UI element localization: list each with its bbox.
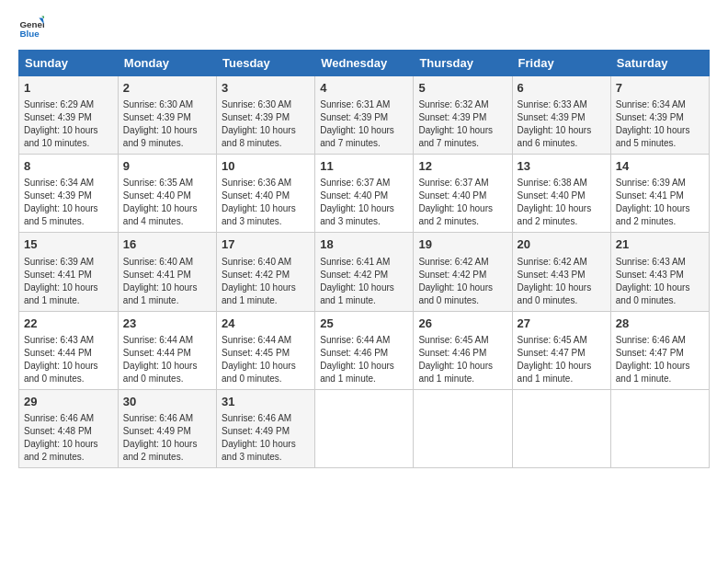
day-info: Sunrise: 6:36 AMSunset: 4:40 PMDaylight:…	[222, 177, 310, 228]
day-number: 1	[24, 80, 113, 97]
week-row-3: 15Sunrise: 6:39 AMSunset: 4:41 PMDayligh…	[19, 233, 710, 311]
calendar-cell: 27Sunrise: 6:45 AMSunset: 4:47 PMDayligh…	[512, 311, 610, 389]
calendar-cell: 4Sunrise: 6:31 AMSunset: 4:39 PMDaylight…	[315, 76, 414, 155]
calendar-cell	[610, 389, 709, 467]
day-number: 13	[518, 158, 606, 175]
day-number: 11	[320, 158, 408, 175]
calendar-cell	[512, 389, 610, 467]
day-number: 29	[24, 394, 113, 410]
calendar-cell: 21Sunrise: 6:43 AMSunset: 4:43 PMDayligh…	[610, 233, 709, 311]
day-info: Sunrise: 6:31 AMSunset: 4:39 PMDaylight:…	[320, 98, 408, 150]
svg-text:Blue: Blue	[19, 29, 40, 39]
day-info: Sunrise: 6:38 AMSunset: 4:40 PMDaylight:…	[518, 177, 606, 228]
col-header-friday: Friday	[512, 51, 610, 76]
day-info: Sunrise: 6:32 AMSunset: 4:39 PMDaylight:…	[418, 98, 506, 150]
col-header-thursday: Thursday	[414, 51, 512, 76]
day-info: Sunrise: 6:46 AMSunset: 4:49 PMDaylight:…	[222, 412, 310, 464]
day-info: Sunrise: 6:40 AMSunset: 4:42 PMDaylight:…	[222, 256, 310, 307]
calendar-cell	[315, 389, 414, 467]
day-number: 15	[24, 236, 113, 253]
day-info: Sunrise: 6:45 AMSunset: 4:46 PMDaylight:…	[418, 334, 506, 385]
calendar-cell: 18Sunrise: 6:41 AMSunset: 4:42 PMDayligh…	[315, 233, 414, 311]
day-number: 18	[320, 236, 408, 253]
calendar-cell: 13Sunrise: 6:38 AMSunset: 4:40 PMDayligh…	[512, 155, 610, 233]
calendar-cell: 9Sunrise: 6:35 AMSunset: 4:40 PMDaylight…	[118, 155, 216, 233]
calendar-cell: 5Sunrise: 6:32 AMSunset: 4:39 PMDaylight…	[414, 76, 512, 155]
day-number: 5	[418, 80, 506, 97]
calendar-cell: 14Sunrise: 6:39 AMSunset: 4:41 PMDayligh…	[610, 155, 709, 233]
day-info: Sunrise: 6:45 AMSunset: 4:47 PMDaylight:…	[518, 334, 606, 385]
day-info: Sunrise: 6:46 AMSunset: 4:47 PMDaylight:…	[616, 334, 704, 385]
day-info: Sunrise: 6:39 AMSunset: 4:41 PMDaylight:…	[616, 177, 704, 228]
calendar-cell: 26Sunrise: 6:45 AMSunset: 4:46 PMDayligh…	[414, 311, 512, 389]
calendar-cell: 31Sunrise: 6:46 AMSunset: 4:49 PMDayligh…	[217, 389, 315, 467]
calendar-cell: 24Sunrise: 6:44 AMSunset: 4:45 PMDayligh…	[217, 311, 315, 389]
day-number: 10	[222, 158, 310, 175]
day-number: 26	[418, 316, 506, 332]
calendar-cell: 25Sunrise: 6:44 AMSunset: 4:46 PMDayligh…	[315, 311, 414, 389]
page-header: General Blue	[18, 15, 710, 40]
col-header-sunday: Sunday	[19, 51, 119, 76]
day-info: Sunrise: 6:39 AMSunset: 4:41 PMDaylight:…	[24, 256, 113, 307]
calendar-cell: 1Sunrise: 6:29 AMSunset: 4:39 PMDaylight…	[19, 76, 119, 155]
day-number: 25	[320, 316, 408, 332]
day-info: Sunrise: 6:42 AMSunset: 4:42 PMDaylight:…	[418, 256, 506, 307]
day-info: Sunrise: 6:46 AMSunset: 4:48 PMDaylight:…	[24, 412, 113, 464]
calendar-cell: 22Sunrise: 6:43 AMSunset: 4:44 PMDayligh…	[19, 311, 119, 389]
day-number: 24	[222, 316, 310, 332]
day-number: 17	[222, 236, 310, 253]
day-number: 28	[616, 316, 704, 332]
day-number: 8	[24, 158, 113, 175]
day-number: 16	[123, 236, 211, 253]
day-number: 2	[123, 80, 211, 97]
calendar-cell: 3Sunrise: 6:30 AMSunset: 4:39 PMDaylight…	[217, 76, 315, 155]
calendar-page: General Blue SundayMondayTuesdayWednesda…	[0, 0, 728, 563]
day-info: Sunrise: 6:43 AMSunset: 4:44 PMDaylight:…	[24, 334, 113, 385]
day-number: 9	[123, 158, 211, 175]
calendar-cell: 2Sunrise: 6:30 AMSunset: 4:39 PMDaylight…	[118, 76, 216, 155]
day-info: Sunrise: 6:46 AMSunset: 4:49 PMDaylight:…	[123, 412, 211, 464]
day-number: 31	[222, 394, 310, 410]
week-row-4: 22Sunrise: 6:43 AMSunset: 4:44 PMDayligh…	[19, 311, 710, 389]
calendar-cell: 16Sunrise: 6:40 AMSunset: 4:41 PMDayligh…	[118, 233, 216, 311]
calendar-cell: 19Sunrise: 6:42 AMSunset: 4:42 PMDayligh…	[414, 233, 512, 311]
calendar-cell: 28Sunrise: 6:46 AMSunset: 4:47 PMDayligh…	[610, 311, 709, 389]
calendar-cell: 15Sunrise: 6:39 AMSunset: 4:41 PMDayligh…	[19, 233, 119, 311]
week-row-2: 8Sunrise: 6:34 AMSunset: 4:39 PMDaylight…	[19, 155, 710, 233]
day-info: Sunrise: 6:29 AMSunset: 4:39 PMDaylight:…	[24, 98, 113, 150]
day-info: Sunrise: 6:33 AMSunset: 4:39 PMDaylight:…	[518, 98, 606, 150]
calendar-cell: 6Sunrise: 6:33 AMSunset: 4:39 PMDaylight…	[512, 76, 610, 155]
day-info: Sunrise: 6:37 AMSunset: 4:40 PMDaylight:…	[320, 177, 408, 228]
day-number: 12	[418, 158, 506, 175]
day-number: 23	[123, 316, 211, 332]
calendar-table: SundayMondayTuesdayWednesdayThursdayFrid…	[18, 50, 710, 468]
calendar-cell: 20Sunrise: 6:42 AMSunset: 4:43 PMDayligh…	[512, 233, 610, 311]
day-number: 4	[320, 80, 408, 97]
calendar-cell: 8Sunrise: 6:34 AMSunset: 4:39 PMDaylight…	[19, 155, 119, 233]
week-row-1: 1Sunrise: 6:29 AMSunset: 4:39 PMDaylight…	[19, 76, 710, 155]
logo-icon: General Blue	[18, 15, 44, 40]
col-header-wednesday: Wednesday	[315, 51, 414, 76]
day-number: 30	[123, 394, 211, 410]
calendar-cell	[414, 389, 512, 467]
day-number: 7	[616, 80, 704, 97]
logo: General Blue	[18, 15, 48, 40]
week-row-5: 29Sunrise: 6:46 AMSunset: 4:48 PMDayligh…	[19, 389, 710, 467]
day-number: 6	[518, 80, 606, 97]
day-number: 22	[24, 316, 113, 332]
day-number: 3	[222, 80, 310, 97]
day-info: Sunrise: 6:44 AMSunset: 4:44 PMDaylight:…	[123, 334, 211, 385]
calendar-cell: 11Sunrise: 6:37 AMSunset: 4:40 PMDayligh…	[315, 155, 414, 233]
day-number: 19	[418, 236, 506, 253]
day-number: 20	[518, 236, 606, 253]
day-number: 14	[616, 158, 704, 175]
calendar-cell: 29Sunrise: 6:46 AMSunset: 4:48 PMDayligh…	[19, 389, 119, 467]
day-info: Sunrise: 6:30 AMSunset: 4:39 PMDaylight:…	[123, 98, 211, 150]
day-info: Sunrise: 6:41 AMSunset: 4:42 PMDaylight:…	[320, 256, 408, 307]
day-number: 21	[616, 236, 704, 253]
calendar-cell: 12Sunrise: 6:37 AMSunset: 4:40 PMDayligh…	[414, 155, 512, 233]
calendar-cell: 17Sunrise: 6:40 AMSunset: 4:42 PMDayligh…	[217, 233, 315, 311]
calendar-cell: 23Sunrise: 6:44 AMSunset: 4:44 PMDayligh…	[118, 311, 216, 389]
day-info: Sunrise: 6:40 AMSunset: 4:41 PMDaylight:…	[123, 256, 211, 307]
day-info: Sunrise: 6:43 AMSunset: 4:43 PMDaylight:…	[616, 256, 704, 307]
